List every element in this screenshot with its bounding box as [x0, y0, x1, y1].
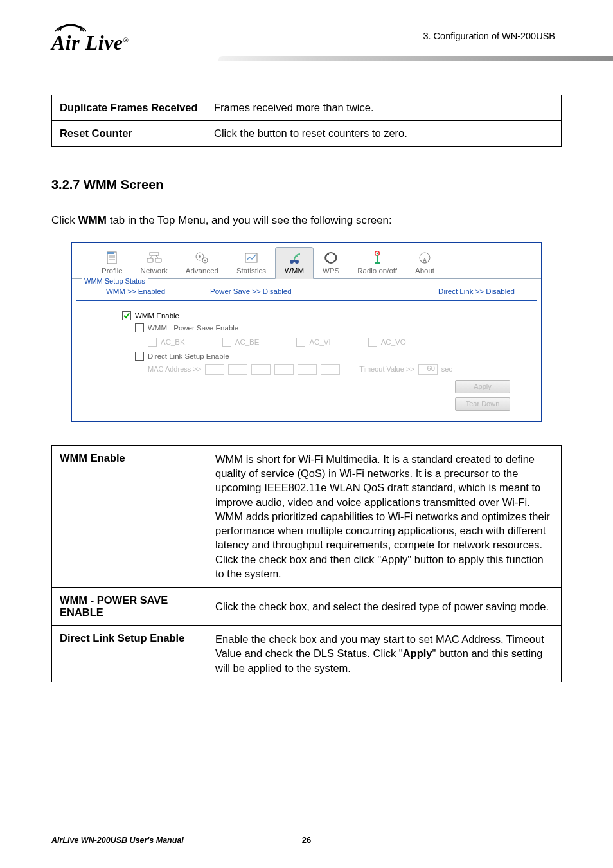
def-key: WMM Enable: [52, 445, 206, 587]
logo-arcs-icon: [53, 19, 86, 32]
brand-logo: Air Live®: [51, 19, 129, 52]
tab-advanced[interactable]: Advanced: [177, 248, 227, 278]
tab-profile[interactable]: Profile: [93, 248, 132, 278]
profile-icon: [105, 250, 118, 266]
ac-bk-checkbox[interactable]: [148, 338, 157, 347]
def-key: WMM - POWER SAVE ENABLE: [52, 588, 206, 626]
wmm-enable-row: WMM Enable: [122, 310, 533, 322]
svg-rect-6: [155, 258, 161, 262]
statistics-icon: [244, 250, 258, 266]
header-gradient-rule: [218, 56, 613, 61]
param-val: Click the button to reset counters to ze…: [206, 120, 562, 146]
tab-wps[interactable]: WPS: [314, 248, 348, 278]
footer-page-number: 26: [302, 835, 311, 845]
svg-text:A: A: [423, 257, 427, 264]
ac-vi-checkbox[interactable]: [296, 338, 305, 347]
logo-text: Air Live: [51, 31, 123, 54]
dls-enable-row: Direct Link Setup Enable: [135, 350, 533, 363]
svg-rect-5: [147, 258, 153, 262]
svg-rect-17: [291, 260, 298, 262]
def-val: Enable the check box and you may start t…: [206, 626, 562, 682]
timeout-unit: sec: [441, 365, 452, 373]
about-icon: A: [418, 250, 432, 266]
param-key: Reset Counter: [52, 120, 206, 146]
status-power: Power Save >> Disabled: [210, 287, 292, 295]
wmm-app-screenshot: Profile Network Advanced Statistics: [71, 242, 542, 422]
app-tabstrip: Profile Network Advanced Statistics: [72, 243, 541, 279]
svg-line-8: [150, 255, 152, 258]
tab-about[interactable]: A About: [406, 248, 443, 278]
table-row: WMM Enable WMM is short for Wi-Fi Multim…: [52, 445, 562, 587]
registered-mark: ®: [123, 36, 129, 44]
svg-rect-1: [107, 252, 114, 254]
power-save-row: WMM - Power Save Enable: [135, 322, 533, 334]
wmm-icon: [287, 250, 302, 266]
mac-seg-2[interactable]: [228, 364, 247, 375]
gear-icon: [194, 250, 209, 266]
timeout-label: Timeout Value >>: [359, 365, 414, 373]
table-row: WMM - POWER SAVE ENABLE Click the check …: [52, 588, 562, 626]
def-key: Direct Link Setup Enable: [52, 626, 206, 682]
param-key: Duplicate Frames Received: [52, 95, 206, 120]
radio-icon: [371, 250, 383, 266]
tab-wmm[interactable]: WMM: [275, 247, 314, 279]
power-save-label: WMM - Power Save Enable: [148, 324, 238, 332]
def-val: Click the check box, and select the desi…: [206, 588, 562, 626]
wmm-status-fieldset: WMM Setup Status WMM >> Enabled Power Sa…: [76, 282, 537, 301]
network-icon: [146, 250, 163, 266]
param-val: Frames received more than twice.: [206, 95, 562, 120]
mac-address-label: MAC Address >>: [148, 365, 201, 373]
power-save-checkbox[interactable]: [135, 323, 144, 332]
mac-seg-1[interactable]: [205, 364, 224, 375]
svg-point-11: [199, 255, 201, 258]
fieldset-legend: WMM Setup Status: [82, 277, 148, 285]
ac-be-checkbox[interactable]: [222, 338, 231, 347]
definitions-table: WMM Enable WMM is short for Wi-Fi Multim…: [51, 445, 562, 682]
tear-down-button[interactable]: Tear Down: [455, 397, 510, 411]
dls-enable-checkbox[interactable]: [135, 352, 144, 361]
wmm-enable-checkbox[interactable]: [122, 311, 131, 320]
svg-line-9: [156, 255, 158, 258]
ac-types-row: AC_BK AC_BE AC_VI AC_VO: [148, 336, 533, 348]
table-row: Reset Counter Click the button to reset …: [52, 120, 562, 146]
wmm-enable-label: WMM Enable: [135, 312, 179, 320]
mac-seg-3[interactable]: [251, 364, 271, 375]
tab-radio-onoff[interactable]: Radio on/off: [348, 248, 406, 278]
wps-icon: [324, 250, 337, 266]
def-val: WMM is short for Wi-Fi Multimedia. It is…: [206, 445, 562, 587]
mac-seg-6[interactable]: [321, 364, 340, 375]
svg-point-13: [204, 259, 206, 261]
parameter-table: Duplicate Frames Received Frames receive…: [51, 95, 562, 147]
timeout-input[interactable]: 60: [418, 364, 438, 375]
status-dls: Direct Link >> Disabled: [438, 287, 515, 295]
mac-seg-4[interactable]: [274, 364, 294, 375]
intro-paragraph: Click WMM tab in the Top Menu, and you w…: [51, 214, 562, 227]
tab-statistics[interactable]: Statistics: [227, 248, 275, 278]
section-heading: 3.2.7 WMM Screen: [51, 177, 562, 192]
status-wmm: WMM >> Enabled: [106, 287, 165, 295]
footer-manual-title: AirLive WN-200USB User's Manual: [51, 836, 184, 845]
svg-point-20: [377, 253, 378, 254]
table-row: Direct Link Setup Enable Enable the chec…: [52, 626, 562, 682]
ac-vo-checkbox[interactable]: [368, 338, 377, 347]
svg-rect-7: [150, 253, 159, 255]
apply-button[interactable]: Apply: [455, 380, 510, 393]
chapter-label: 3. Configuration of WN-200USB: [423, 31, 555, 41]
tab-network[interactable]: Network: [132, 248, 177, 278]
table-row: Duplicate Frames Received Frames receive…: [52, 95, 562, 120]
dls-enable-label: Direct Link Setup Enable: [148, 352, 229, 360]
dls-settings-row: MAC Address >> Timeout Value >> 60 sec: [148, 364, 533, 375]
mac-seg-5[interactable]: [298, 364, 317, 375]
